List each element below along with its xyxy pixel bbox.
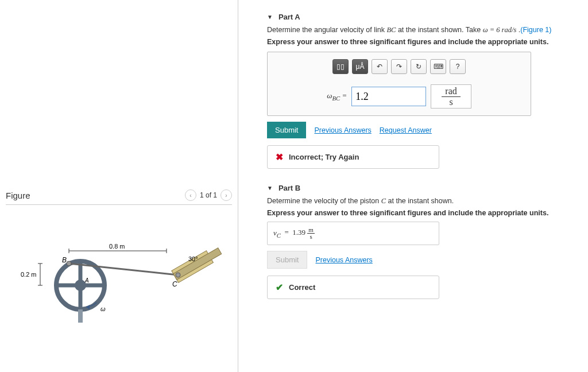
chevron-down-icon: ▼ — [267, 14, 273, 20]
redo-button[interactable]: ↷ — [391, 59, 407, 74]
part-a-header[interactable]: ▼ Part A — [267, 13, 577, 21]
reset-button[interactable]: ↻ — [411, 59, 427, 74]
figure-dim-BC: 0.8 m — [109, 243, 125, 250]
part-b-submit-button: Submit — [267, 251, 307, 269]
part-a-request-answer-link[interactable]: Request Answer — [380, 126, 432, 134]
svg-point-9 — [67, 261, 71, 266]
pager-prev-button[interactable]: ‹ — [185, 189, 196, 201]
part-a-submit-button[interactable]: Submit — [267, 122, 306, 138]
part-b-express: Express your answer to three significant… — [267, 209, 577, 217]
part-b-header[interactable]: ▼ Part B — [267, 184, 577, 192]
figure-title: Figure — [6, 191, 30, 200]
part-a-unit-input[interactable]: rad s — [431, 84, 471, 108]
figure-pager: ‹ 1 of 1 › — [185, 189, 232, 201]
chevron-down-icon: ▼ — [267, 185, 273, 191]
answer-toolbar: ▯▯ μÅ ↶ ↷ ↻ ⌨ ? — [276, 59, 523, 74]
keyboard-button[interactable]: ⌨ — [430, 59, 446, 74]
svg-point-10 — [176, 273, 180, 277]
figure-link[interactable]: (Figure 1) — [520, 26, 551, 34]
figure-label-C: C — [172, 280, 177, 288]
pager-text: 1 of 1 — [200, 191, 217, 199]
part-a-feedback: ✖ Incorrect; Try Again — [267, 145, 439, 169]
help-button[interactable]: ? — [450, 59, 466, 74]
part-a-previous-answers-link[interactable]: Previous Answers — [314, 126, 371, 134]
part-a-answer-label: ωBC = — [327, 91, 347, 102]
part-a-express: Express your answer to three significant… — [267, 38, 577, 46]
part-a-answer-box: ▯▯ μÅ ↶ ↷ ↻ ⌨ ? ωBC = rad s — [267, 52, 531, 116]
figure-dim-AB: 0.2 m — [21, 271, 37, 278]
figure-angle: 30° — [188, 255, 198, 262]
part-a-prompt: Determine the angular velocity of link B… — [267, 26, 577, 34]
part-a-title: Part A — [278, 13, 300, 21]
undo-button[interactable]: ↶ — [372, 59, 388, 74]
part-b-title: Part B — [278, 184, 300, 192]
units-button[interactable]: μÅ — [352, 59, 368, 74]
part-b-feedback: ✔ Correct — [267, 276, 439, 299]
pager-next-button[interactable]: › — [220, 189, 232, 201]
figure-label-omega: ω — [100, 305, 106, 312]
x-icon: ✖ — [276, 152, 283, 162]
svg-line-6 — [69, 264, 178, 275]
templates-button[interactable]: ▯▯ — [332, 59, 349, 74]
figure-label-B: B — [62, 256, 67, 264]
part-b-prompt: Determine the velocity of the piston C a… — [267, 197, 577, 206]
part-b-locked-answer: vC = 1.39 ms — [267, 222, 439, 245]
figure-diagram: ω B C A 0.2 m — [6, 222, 232, 337]
figure-label-A: A — [84, 277, 89, 284]
check-icon: ✔ — [276, 282, 283, 293]
part-b-previous-answers-link[interactable]: Previous Answers — [315, 256, 372, 264]
part-a-value-input[interactable] — [351, 87, 426, 106]
